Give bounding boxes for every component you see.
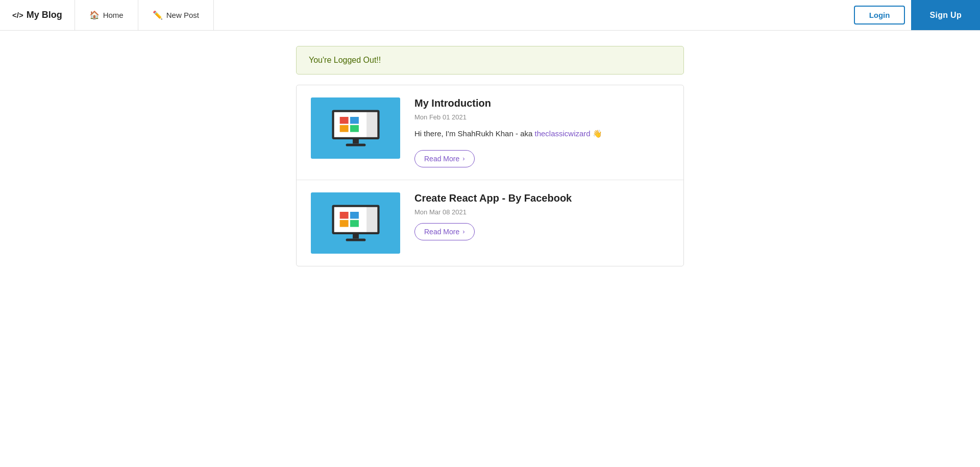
svg-rect-15 [353,234,359,238]
post-content: My Introduction Mon Feb 01 2021 Hi there… [414,97,669,167]
svg-rect-12 [350,212,359,219]
post-date: Mon Feb 01 2021 [414,113,669,121]
brand-label: My Blog [27,10,62,20]
code-icon: </> [12,11,23,19]
read-more-label-2: Read More [424,228,459,236]
svg-rect-2 [339,117,348,124]
post-title: My Introduction [414,97,669,109]
svg-rect-6 [353,139,359,143]
nav-new-post-link[interactable]: ✏️ New Post [138,0,214,30]
logout-message: You're Logged Out!! [309,56,381,64]
post-excerpt: Hi there, I'm ShahRukh Khan - aka thecla… [414,128,669,140]
edit-icon: ✏️ [153,10,163,20]
main-content: You're Logged Out!! [296,31,684,266]
svg-marker-8 [366,112,377,137]
svg-rect-5 [350,125,359,132]
monitor-illustration-2 [328,200,384,246]
post-content: Create React App - By Facebook Mon Mar 0… [414,192,669,240]
post-date-2: Mon Mar 08 2021 [414,208,669,216]
svg-rect-11 [339,212,348,219]
read-more-button-2[interactable]: Read More › [414,223,475,240]
brand-logo[interactable]: </> My Blog [0,0,75,30]
post-item: My Introduction Mon Feb 01 2021 Hi there… [297,85,683,180]
svg-rect-4 [339,125,348,132]
login-button[interactable]: Login [854,6,905,24]
svg-rect-16 [346,238,365,241]
svg-rect-7 [346,143,365,146]
post-thumbnail [311,192,400,254]
post-thumbnail [311,97,400,159]
nav-home-link[interactable]: 🏠 Home [75,0,138,30]
svg-rect-14 [350,220,359,227]
monitor-illustration [328,105,384,151]
home-icon: 🏠 [89,10,100,20]
navbar-right: Login Sign Up [854,0,980,30]
excerpt-suffix: 👋 [591,129,602,138]
post-title-2: Create React App - By Facebook [414,192,669,204]
read-more-label-1: Read More [424,155,459,163]
excerpt-prefix: Hi there, I'm ShahRukh Khan - aka [414,129,534,138]
signup-button[interactable]: Sign Up [911,0,980,30]
posts-container: My Introduction Mon Feb 01 2021 Hi there… [296,85,684,266]
svg-rect-3 [350,117,359,124]
post-item: Create React App - By Facebook Mon Mar 0… [297,180,683,266]
excerpt-link[interactable]: theclassicwizard [534,129,590,138]
nav-home-label: Home [103,11,124,19]
read-more-button-1[interactable]: Read More › [414,150,475,167]
chevron-right-icon: › [462,155,464,162]
svg-marker-17 [366,207,377,232]
svg-rect-13 [339,220,348,227]
navbar: </> My Blog 🏠 Home ✏️ New Post Login Sig… [0,0,980,31]
nav-new-post-label: New Post [166,11,199,19]
logout-alert: You're Logged Out!! [296,46,684,75]
chevron-right-icon-2: › [462,228,464,235]
